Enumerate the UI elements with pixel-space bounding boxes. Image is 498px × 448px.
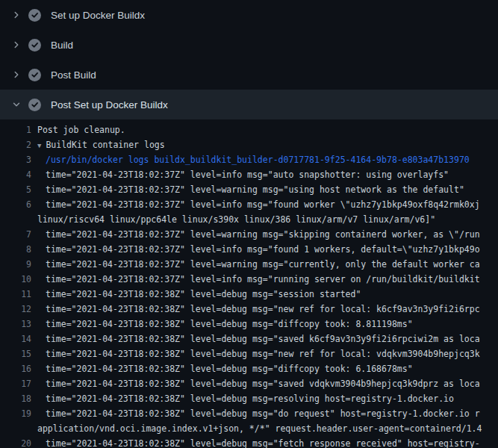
step-row-post-build[interactable]: Post Build [0,60,498,90]
log-line-text: time="2021-04-23T18:02:37Z" level=warnin… [31,182,464,197]
log-line-number[interactable]: 6 [0,197,31,212]
log-lines: 1 Post job cleanup. 2 ▼BuildKit containe… [0,119,498,448]
log-line-text: time="2021-04-23T18:02:37Z" level=info m… [31,272,480,287]
step-label: Build [51,40,73,51]
log-line-text: Post job cleanup. [31,122,125,137]
step-row-post-set-up-docker-buildx[interactable]: Post Set up Docker Buildx [0,90,498,119]
log-line-number[interactable]: 19 [0,406,31,421]
log-line: 4 time="2021-04-23T18:02:37Z" level=info… [0,167,498,182]
log-line-text: time="2021-04-23T18:02:38Z" level=debug … [31,406,480,421]
log-line-number[interactable]: 7 [0,227,31,242]
log-line-number[interactable]: 15 [0,346,31,361]
step-label: Set up Docker Buildx [51,10,145,21]
chevron-right-icon [11,69,22,80]
chevron-down-icon [11,99,22,110]
log-line: 14 time="2021-04-23T18:02:38Z" level=deb… [0,332,498,346]
check-circle-icon [28,39,41,52]
log-line-text: time="2021-04-23T18:02:38Z" level=debug … [31,361,413,376]
log-line: 19 time="2021-04-23T18:02:38Z" level=deb… [0,406,498,421]
log-line-text: time="2021-04-23T18:02:38Z" level=debug … [31,346,480,361]
log-line: 9 time="2021-04-23T18:02:37Z" level=warn… [0,257,498,272]
log-line-text: time="2021-04-23T18:02:37Z" level=warnin… [31,257,480,272]
log-line: 11 time="2021-04-23T18:02:38Z" level=deb… [0,287,498,302]
log-line-number[interactable]: 18 [0,391,31,406]
workflow-log-panel: Set up Docker Buildx Build Post Build Po… [0,0,498,448]
log-line: 17 time="2021-04-23T18:02:38Z" level=deb… [0,376,498,391]
log-line-text: time="2021-04-23T18:02:37Z" level=warnin… [31,227,480,242]
log-line-text: time="2021-04-23T18:02:38Z" level=debug … [31,376,480,391]
log-line-number[interactable]: 12 [0,302,31,317]
log-line: 20 time="2021-04-23T18:02:38Z" level=deb… [0,436,498,448]
log-line-number[interactable]: 17 [0,376,31,391]
log-line-number [0,421,31,436]
step-label: Post Build [51,69,96,81]
log-line-text: time="2021-04-23T18:02:38Z" level=debug … [31,317,413,332]
log-line-wrap-continuation: application/vnd.oci.image.index.v1+json,… [0,421,498,436]
log-line-number[interactable]: 4 [0,167,31,182]
log-line-number[interactable]: 11 [0,287,31,302]
log-group-toggle[interactable]: ▼BuildKit container logs [31,137,165,152]
log-line-number[interactable]: 3 [0,152,31,167]
log-line-text: time="2021-04-23T18:02:37Z" level=info m… [31,197,480,212]
log-line-number[interactable]: 9 [0,257,31,272]
log-line-text: application/vnd.oci.image.index.v1+json,… [31,421,482,436]
log-line: 8 time="2021-04-23T18:02:37Z" level=info… [0,242,498,257]
log-line-text: time="2021-04-23T18:02:38Z" level=debug … [31,391,454,406]
log-line-number[interactable]: 5 [0,182,31,197]
log-line-text: time="2021-04-23T18:02:38Z" level=debug … [31,436,480,448]
log-line-number[interactable]: 10 [0,272,31,287]
log-line: 5 time="2021-04-23T18:02:37Z" level=warn… [0,182,498,197]
log-command-text: /usr/bin/docker logs buildx_buildkit_bui… [31,152,470,167]
check-circle-icon [28,69,41,81]
log-line-number[interactable]: 16 [0,361,31,376]
log-line: 18 time="2021-04-23T18:02:38Z" level=deb… [0,391,498,406]
group-collapse-triangle-icon: ▼ [37,142,41,149]
log-line-text: time="2021-04-23T18:02:37Z" level=info m… [31,242,480,257]
log-line: 1 Post job cleanup. [0,122,498,137]
chevron-right-icon [11,40,22,50]
log-line-text: time="2021-04-23T18:02:38Z" level=debug … [31,287,361,302]
log-line-text: time="2021-04-23T18:02:37Z" level=info m… [31,167,449,182]
log-line-wrap-continuation: linux/riscv64 linux/ppc64le linux/s390x … [0,212,498,227]
step-row-build[interactable]: Build [0,30,498,60]
log-group-label: BuildKit container logs [46,140,164,150]
log-line-number[interactable]: 1 [0,122,31,137]
log-line: 6 time="2021-04-23T18:02:37Z" level=info… [0,197,498,212]
log-line-number[interactable]: 20 [0,436,31,448]
log-line-text: time="2021-04-23T18:02:38Z" level=debug … [31,302,480,317]
chevron-right-icon [11,10,22,20]
log-line: 7 time="2021-04-23T18:02:37Z" level=warn… [0,227,498,242]
log-line-number[interactable]: 8 [0,242,31,257]
step-row-set-up-docker-buildx[interactable]: Set up Docker Buildx [0,0,498,30]
log-line-number [0,212,31,227]
log-line-number[interactable]: 13 [0,317,31,332]
log-line-text: time="2021-04-23T18:02:38Z" level=debug … [31,332,480,346]
log-line-text: linux/riscv64 linux/ppc64le linux/s390x … [31,212,435,227]
log-line: 16 time="2021-04-23T18:02:38Z" level=deb… [0,361,498,376]
step-label: Post Set up Docker Buildx [51,99,168,111]
check-circle-icon [28,99,41,111]
log-line: 12 time="2021-04-23T18:02:38Z" level=deb… [0,302,498,317]
log-line-number[interactable]: 2 [0,137,31,152]
log-line: 10 time="2021-04-23T18:02:37Z" level=inf… [0,272,498,287]
log-line: 15 time="2021-04-23T18:02:38Z" level=deb… [0,346,498,361]
log-line-number[interactable]: 14 [0,332,31,346]
check-circle-icon [28,9,41,22]
steps-list: Set up Docker Buildx Build Post Build Po… [0,0,498,119]
log-line: 2 ▼BuildKit container logs [0,137,498,152]
log-line: 3 /usr/bin/docker logs buildx_buildkit_b… [0,152,498,167]
log-line: 13 time="2021-04-23T18:02:38Z" level=deb… [0,317,498,332]
